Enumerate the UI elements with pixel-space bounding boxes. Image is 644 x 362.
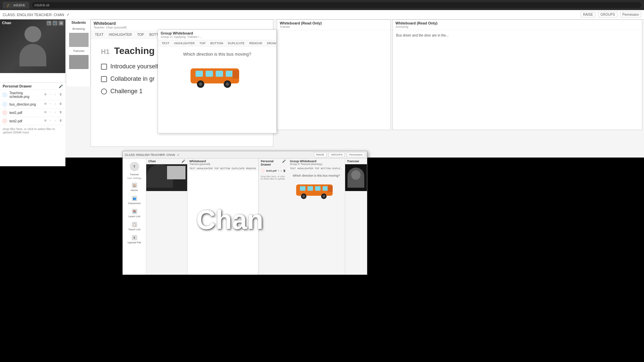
gwb-tool-top[interactable]: TOP — [199, 41, 207, 45]
inner-drop-hint[interactable]: Drop files here, or click to select file… — [259, 174, 288, 181]
svg-point-7 — [199, 82, 202, 86]
inner-gwb-tool-top[interactable]: TOP — [315, 167, 319, 170]
browser-tab[interactable]: 🎓 edulink — [3, 2, 29, 9]
settings-icon[interactable]: ⚙ — [59, 21, 63, 25]
wb-ro-subtitle-2: Armozing — [395, 25, 639, 28]
inner-trancew-header: Trancew — [345, 159, 367, 164]
sidebar-item-learnlist[interactable]: 📚 Learn List — [123, 207, 146, 220]
file-name-2: bus_direction.png — [9, 103, 42, 106]
url-bar[interactable]: edulink.sk — [32, 2, 641, 8]
wb-tool-text[interactable]: TEXT — [94, 32, 105, 37]
sidebar-classroom-label: Classroom — [128, 202, 141, 205]
inner-drawer-header: Personal Drawer 🎤 — [259, 159, 288, 168]
file-actions-4: ⊞ ↑ ↓ 🗑 — [44, 119, 63, 123]
download-icon-4[interactable]: ↓ — [54, 119, 58, 123]
inner-file-delete[interactable]: 🗑 — [283, 169, 286, 172]
wb-ro-subtitle-1: Trainee — [280, 25, 388, 28]
svg-rect-5 — [232, 70, 239, 78]
share-icon-3[interactable]: ↑ — [49, 111, 53, 115]
inner-wb-toolbar: TEXT HIGHLIGHTER TOP BOTTOM DUPLICATE RE… — [187, 167, 258, 171]
sidebar-item-home[interactable]: 🏠 Home — [123, 181, 146, 194]
inner-gwb-tool-text[interactable]: TEXT — [290, 167, 296, 170]
copy-icon-4[interactable]: ⊞ — [44, 119, 48, 123]
permission-button[interactable]: Permission — [620, 12, 641, 17]
inner-gwb-tool-hl[interactable]: HIGHLIGHTER — [297, 167, 313, 170]
download-icon-1[interactable]: ↓ — [54, 93, 58, 97]
gwb-tool-highlighter[interactable]: HIGHLIGHTER — [173, 41, 196, 45]
inner-wb-tool-bottom[interactable]: BOTTOM — [220, 167, 230, 170]
svg-point-19 — [323, 195, 325, 198]
checklist-text-2: Collaborate in gr — [110, 75, 155, 82]
inner-wb-tool-dup[interactable]: DUPLICATE — [231, 167, 245, 170]
inner-gwb-content: Which direction is this bus moving? — [288, 171, 344, 275]
sidebar-item-classroom[interactable]: 👥 Classroom — [123, 194, 146, 207]
upload-icon: ⬆ — [132, 235, 137, 240]
svg-rect-14 — [323, 186, 328, 191]
svg-point-17 — [303, 195, 305, 198]
inner-wb-tool-hl[interactable]: HIGHLIGHTER — [197, 167, 213, 170]
download-icon-2[interactable]: ↓ — [54, 102, 58, 106]
wb-ro-title-1: Whiteboard (Read Only) — [280, 21, 388, 25]
verify-icon: ✓ — [67, 13, 69, 16]
gwb-tool-bottom[interactable]: BOTTOM — [209, 41, 224, 45]
students-panel: Students Browsing Trancew — [67, 19, 91, 86]
svg-rect-12 — [308, 186, 313, 191]
share-icon-4[interactable]: ↑ — [49, 119, 53, 123]
drawer-collapse-icon[interactable]: 🎤 — [59, 84, 63, 88]
wb-ro-content-2: Bus driver and the door are in the... — [393, 30, 642, 41]
whiteboard-readonly-2: Whiteboard (Read Only) Armozing Bus driv… — [392, 19, 642, 130]
file-name-3: test1.pdf — [9, 111, 42, 115]
inner-wb-tool-remove[interactable]: REMOVE — [246, 167, 256, 170]
inner-gwb-tool-bottom[interactable]: BOTTOM — [321, 167, 331, 170]
inner-drawer-file: test2.pdf ↑ ↓ 🗑 — [259, 168, 288, 174]
inner-trancew-name: Trancew — [347, 160, 359, 163]
share-icon-1[interactable]: ↑ — [49, 93, 53, 97]
wb-ro-header-2: Whiteboard (Read Only) Armozing — [393, 20, 642, 30]
copy-icon-2[interactable]: ⊞ — [44, 102, 48, 106]
gwb-tool-draw[interactable]: DRAW — [266, 41, 277, 45]
file-icon-2 — [2, 102, 7, 107]
mic-icon[interactable]: 🎤 — [47, 21, 51, 25]
groups-button[interactable]: GROUPS — [598, 12, 617, 17]
students-label: Students — [67, 19, 90, 26]
inner-wb-header: Whiteboard Trancew (yourself) — [187, 159, 258, 167]
svg-rect-2 — [206, 71, 213, 77]
teachlist-icon: 📋 — [132, 222, 137, 227]
share-icon-2[interactable]: ↑ — [49, 102, 53, 106]
inner-bus-image — [294, 181, 338, 201]
wb-subtitle: Teacher: Chan (yourself) — [94, 26, 270, 29]
inner-wb-tool-text[interactable]: TEXT — [190, 167, 196, 170]
gwb-tool-text[interactable]: TEXT — [161, 41, 170, 45]
checkbox-3[interactable] — [101, 88, 107, 95]
svg-rect-15 — [328, 186, 333, 192]
gwb-tool-duplicate[interactable]: DUPLICATE — [227, 41, 246, 45]
inner-verify-icon: ✓ — [177, 153, 180, 157]
download-icon-3[interactable]: ↓ — [54, 111, 58, 115]
checkbox-2[interactable] — [101, 76, 107, 82]
wb-tool-highlighter[interactable]: HIGHLIGHTER — [108, 32, 133, 37]
inner-file-share[interactable]: ↑ — [278, 169, 279, 172]
delete-icon-1[interactable]: 🗑 — [59, 93, 63, 97]
delete-icon-2[interactable]: 🗑 — [59, 102, 63, 106]
copy-icon-1[interactable]: ⊞ — [44, 93, 48, 97]
delete-icon-3[interactable]: 🗑 — [59, 111, 63, 115]
sidebar-item-upload[interactable]: ⬆ Upload File — [123, 233, 146, 246]
inner-file-download[interactable]: ↓ — [280, 169, 282, 172]
inner-gwb-tool-dup[interactable]: DUPLIC... — [332, 167, 343, 170]
checkbox-1[interactable] — [101, 64, 107, 70]
inner-raise-btn[interactable]: RAISE — [314, 152, 327, 157]
gwb-tool-remove[interactable]: REMOVE — [248, 41, 263, 45]
inner-groups-btn[interactable]: GROUPS — [329, 152, 345, 157]
drop-area[interactable]: Drop files here, or click to select file… — [0, 125, 65, 136]
copy-icon-3[interactable]: ⊞ — [44, 111, 48, 115]
raise-button[interactable]: RAISE — [581, 12, 595, 17]
inner-permission-btn[interactable]: Permission — [347, 152, 365, 157]
sidebar-item-teachlist[interactable]: 📋 Teach List — [123, 220, 146, 233]
file-actions-2: ⊞ ↑ ↓ 🗑 — [44, 102, 63, 106]
inner-wb-tool-top[interactable]: TOP — [214, 167, 219, 170]
wb-tool-top[interactable]: TOP — [136, 32, 145, 37]
whiteboard-readonly-1: Whiteboard (Read Only) Trainee — [277, 19, 391, 130]
url-text: edulink.sk — [35, 3, 49, 7]
delete-icon-4[interactable]: 🗑 — [59, 119, 63, 123]
cam-icon[interactable]: 📹 — [53, 21, 57, 25]
